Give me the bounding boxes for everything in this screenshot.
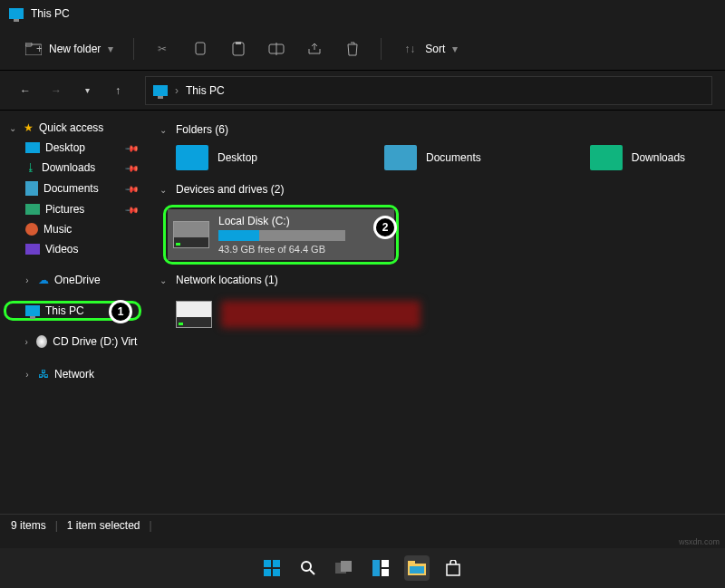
- svg-rect-18: [382, 569, 389, 576]
- sidebar-item-pictures[interactable]: Pictures📌: [4, 199, 141, 219]
- sidebar-item-desktop[interactable]: Desktop📌: [4, 138, 141, 158]
- sidebar-item-videos[interactable]: Videos: [4, 239, 141, 259]
- separator: [381, 38, 382, 60]
- sort-button[interactable]: ↑↓ Sort ▾: [392, 35, 467, 63]
- folder-desktop[interactable]: Desktop: [176, 145, 257, 170]
- address-bar[interactable]: › This PC: [145, 76, 712, 105]
- section-folders[interactable]: ⌄Folders (6): [158, 123, 712, 136]
- sidebar-item-label: Pictures: [45, 203, 84, 216]
- this-pc-icon: [153, 85, 168, 96]
- sidebar-item-label: Desktop: [45, 141, 85, 154]
- sidebar-item-documents[interactable]: Documents📌: [4, 178, 141, 199]
- svg-rect-11: [273, 569, 280, 576]
- share-button[interactable]: [297, 35, 332, 63]
- annotation-badge-1: 1: [109, 300, 132, 323]
- drive-free-text: 43.9 GB free of 64.4 GB: [218, 244, 345, 255]
- pin-icon: 📌: [125, 202, 140, 217]
- sidebar: ⌄ ★ Quick access Desktop📌 ⭳Downloads📌 Do…: [0, 111, 145, 559]
- section-label: Network locations (1): [176, 274, 278, 286]
- status-selected: 1 item selected: [67, 519, 140, 532]
- quick-access-label: Quick access: [39, 121, 103, 134]
- section-network[interactable]: ⌄Network locations (1): [158, 274, 712, 286]
- drive-local-disk-c[interactable]: Local Disk (C:) 43.9 GB free of 64.4 GB: [168, 209, 394, 260]
- paste-icon: [230, 41, 246, 57]
- cloud-icon: ☁: [38, 274, 49, 286]
- svg-rect-16: [372, 560, 380, 576]
- pin-icon: 📌: [125, 140, 140, 155]
- copy-button[interactable]: [183, 35, 218, 63]
- sidebar-onedrive[interactable]: ›☁OneDrive: [4, 270, 141, 290]
- sidebar-item-music[interactable]: Music: [4, 219, 141, 239]
- search-button[interactable]: [295, 555, 321, 581]
- cut-button[interactable]: ✂: [145, 35, 179, 63]
- folder-documents[interactable]: Documents: [384, 145, 481, 170]
- chevron-down-icon: ▾: [452, 43, 458, 55]
- pin-icon: 📌: [125, 160, 140, 175]
- download-icon: ⭳: [25, 161, 36, 174]
- desktop-icon: [25, 142, 40, 153]
- status-bar: 9 items | 1 item selected |: [0, 514, 725, 535]
- svg-rect-17: [382, 560, 389, 567]
- chevron-down-icon: ▾: [108, 43, 113, 55]
- sidebar-item-downloads[interactable]: ⭳Downloads📌: [4, 158, 141, 178]
- task-view-button[interactable]: [332, 555, 357, 581]
- new-folder-label: New folder: [49, 43, 101, 55]
- start-button[interactable]: [259, 555, 285, 581]
- chevron-down-icon: ⌄: [158, 185, 169, 195]
- status-item-count: 9 items: [11, 519, 46, 532]
- widgets-button[interactable]: [368, 555, 393, 581]
- forward-button[interactable]: →: [44, 78, 69, 103]
- network-location-item[interactable]: [158, 295, 430, 333]
- rename-icon: [268, 41, 285, 57]
- section-label: Devices and drives (2): [176, 183, 284, 196]
- svg-point-12: [302, 562, 311, 571]
- section-devices[interactable]: ⌄Devices and drives (2): [158, 183, 712, 196]
- new-folder-button[interactable]: + New folder ▾: [16, 35, 122, 63]
- sort-label: Sort: [425, 43, 445, 55]
- toolbar: + New folder ▾ ✂ ↑↓ Sort ▾: [0, 27, 725, 71]
- breadcrumb-root[interactable]: This PC: [186, 84, 225, 97]
- file-explorer-button[interactable]: [404, 555, 430, 581]
- network-icon: 🖧: [38, 368, 49, 381]
- this-pc-icon: [25, 305, 40, 316]
- up-button[interactable]: ↑: [105, 78, 130, 103]
- drive-icon: [173, 221, 209, 248]
- window-title: This PC: [31, 7, 70, 20]
- pin-icon: 📌: [125, 181, 140, 196]
- rename-button[interactable]: [259, 35, 294, 63]
- redacted-label: [221, 301, 420, 328]
- folder-downloads[interactable]: Downloads: [590, 145, 685, 170]
- folder-label: Downloads: [632, 151, 685, 164]
- svg-rect-5: [236, 42, 241, 44]
- breadcrumb-sep: ›: [175, 84, 179, 97]
- recent-button[interactable]: ▾: [74, 78, 100, 103]
- drive-usage-bar: [218, 230, 345, 241]
- chevron-right-icon: ›: [22, 370, 33, 380]
- sidebar-item-label: Videos: [45, 243, 78, 255]
- folder-icon: [590, 145, 623, 170]
- back-button[interactable]: ←: [13, 78, 38, 103]
- paste-button[interactable]: [221, 35, 256, 63]
- sidebar-network[interactable]: ›🖧Network: [4, 364, 141, 384]
- folder-icon: [176, 145, 208, 170]
- sidebar-item-label: Documents: [44, 182, 99, 195]
- svg-text:+: +: [36, 43, 42, 55]
- sidebar-quick-access[interactable]: ⌄ ★ Quick access: [4, 118, 141, 138]
- folder-label: Desktop: [218, 151, 257, 164]
- onedrive-label: OneDrive: [54, 274, 101, 286]
- chevron-down-icon: ⌄: [7, 123, 18, 133]
- this-pc-label: This PC: [45, 304, 84, 317]
- svg-rect-15: [341, 561, 352, 572]
- svg-rect-3: [196, 43, 205, 54]
- sidebar-item-label: Downloads: [42, 161, 95, 174]
- svg-rect-21: [410, 566, 424, 574]
- folder-icon: [384, 145, 417, 170]
- sidebar-cd-drive[interactable]: ›CD Drive (D:) Virtual: [4, 332, 141, 352]
- svg-rect-9: [273, 560, 280, 567]
- delete-button[interactable]: [335, 35, 370, 63]
- scissors-icon: ✂: [154, 41, 170, 57]
- store-button[interactable]: [440, 555, 466, 581]
- svg-rect-10: [264, 569, 271, 576]
- svg-rect-20: [408, 561, 415, 565]
- main-content: ⌄Folders (6) Desktop Documents Downloads…: [145, 111, 725, 559]
